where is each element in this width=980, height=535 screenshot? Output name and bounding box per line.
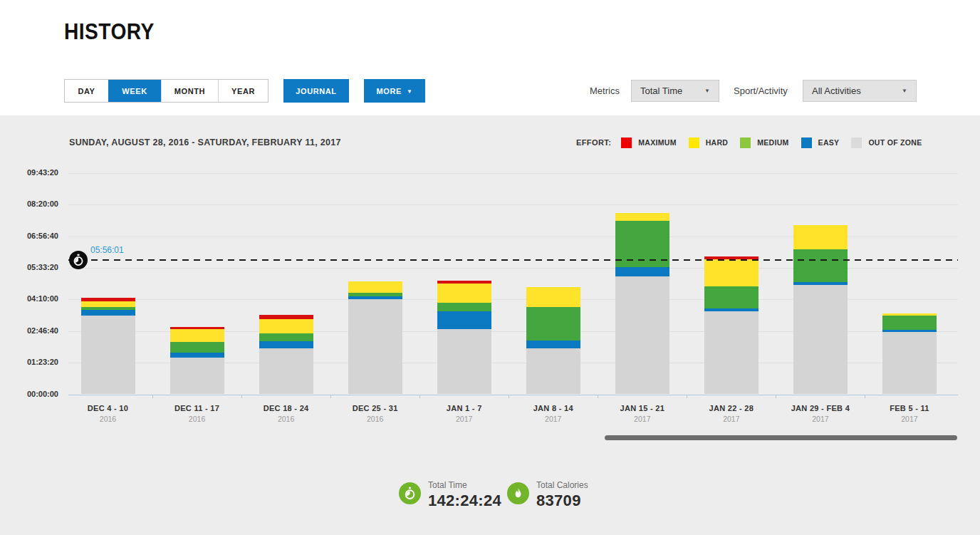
x-axis-label: JAN 22 - 282017 bbox=[687, 404, 776, 423]
legend-label: HARD bbox=[706, 138, 729, 147]
bar-segment-out-of-zone bbox=[793, 285, 848, 394]
bar-week-jan22-28[interactable] bbox=[704, 256, 759, 394]
week-year-label: 2016 bbox=[330, 415, 419, 423]
tab-year[interactable]: YEAR bbox=[218, 80, 268, 102]
x-axis-label: JAN 1 - 72017 bbox=[419, 404, 509, 423]
tab-month[interactable]: MONTH bbox=[161, 80, 218, 102]
total-calories-stat: Total Calories 83709 bbox=[507, 480, 588, 510]
bar-week-dec25-31[interactable] bbox=[348, 281, 402, 394]
week-range-label: DEC 11 - 17 bbox=[152, 404, 241, 412]
x-axis-label: JAN 15 - 212017 bbox=[598, 404, 687, 423]
bar-week-jan29-feb4[interactable] bbox=[793, 225, 848, 394]
x-axis-tick bbox=[241, 395, 242, 398]
week-year-label: 2017 bbox=[598, 415, 687, 423]
x-axis-tick bbox=[865, 395, 865, 398]
bar-week-jan8-14[interactable] bbox=[526, 287, 580, 393]
chevron-down-icon: ▼ bbox=[407, 88, 413, 95]
week-range-label: DEC 4 - 10 bbox=[63, 404, 152, 412]
legend-label: MEDIUM bbox=[757, 138, 788, 147]
y-axis-label: 00:00:00 bbox=[14, 390, 58, 398]
bar-segment-out-of-zone bbox=[81, 316, 135, 394]
chevron-down-icon: ▼ bbox=[902, 88, 907, 94]
bar-segment-medium bbox=[882, 316, 937, 330]
x-axis-tick bbox=[776, 395, 776, 398]
bar-segment-medium bbox=[437, 303, 491, 311]
bar-week-jan15-21[interactable] bbox=[615, 213, 669, 394]
x-axis-label: DEC 4 - 102016 bbox=[63, 404, 152, 423]
x-axis-label: FEB 5 - 112017 bbox=[865, 404, 954, 423]
legend-item: OUT OF ZONE bbox=[851, 137, 922, 148]
week-year-label: 2017 bbox=[419, 415, 509, 423]
bar-segment-hard bbox=[437, 284, 491, 303]
bar-segment-out-of-zone bbox=[348, 299, 402, 393]
plot: 05:56:01 09:43:2008:20:0006:56:4005:33:2… bbox=[68, 173, 958, 395]
bar-segment-medium bbox=[170, 342, 224, 353]
week-range-label: JAN 1 - 7 bbox=[419, 404, 509, 412]
legend-label: EASY bbox=[818, 138, 840, 147]
average-line-label: 05:56:01 bbox=[90, 245, 124, 255]
bar-segment-hard bbox=[615, 213, 669, 221]
legend-swatch-out-of-zone-icon bbox=[851, 137, 862, 148]
chart-scrollbar[interactable] bbox=[605, 435, 957, 440]
gridline bbox=[68, 395, 958, 396]
week-range-label: JAN 8 - 14 bbox=[509, 404, 598, 412]
week-year-label: 2016 bbox=[152, 415, 241, 423]
bar-week-jan1-7[interactable] bbox=[437, 281, 491, 393]
total-time-stat: Total Time 142:24:24 bbox=[399, 480, 501, 510]
bar-segment-easy bbox=[526, 341, 580, 348]
week-year-label: 2017 bbox=[865, 415, 954, 423]
bar-week-feb5-11[interactable] bbox=[882, 313, 937, 394]
metrics-select[interactable]: Total Time ▼ bbox=[631, 80, 719, 102]
sport-activity-select[interactable]: All Activities ▼ bbox=[803, 80, 917, 102]
page-title: HISTORY bbox=[64, 19, 155, 45]
y-axis-label: 05:33:20 bbox=[14, 263, 58, 271]
effort-legend: EFFORT: MAXIMUMHARDMEDIUMEASYOUT OF ZONE bbox=[576, 135, 934, 150]
average-line bbox=[68, 259, 958, 261]
gridline bbox=[68, 173, 958, 174]
legend-label: MAXIMUM bbox=[638, 138, 676, 147]
journal-button[interactable]: JOURNAL bbox=[283, 79, 349, 103]
week-range-label: JAN 22 - 28 bbox=[687, 404, 776, 412]
bar-segment-maximum bbox=[259, 315, 313, 320]
bar-week-dec4-10[interactable] bbox=[81, 298, 135, 393]
sport-activity-select-value: All Activities bbox=[812, 85, 861, 96]
bar-segment-easy bbox=[615, 267, 669, 276]
tab-week[interactable]: WEEK bbox=[108, 80, 161, 102]
week-year-label: 2017 bbox=[687, 415, 776, 423]
more-button[interactable]: MORE▼ bbox=[364, 79, 425, 103]
week-range-label: DEC 25 - 31 bbox=[330, 404, 419, 412]
y-axis-label: 06:56:40 bbox=[14, 232, 58, 240]
y-axis-label: 02:46:40 bbox=[14, 326, 58, 335]
x-axis-tick bbox=[152, 395, 153, 398]
total-calories-label: Total Calories bbox=[536, 480, 588, 490]
metrics-select-value: Total Time bbox=[640, 85, 682, 96]
chart-date-range-title: SUNDAY, AUGUST 28, 2016 - SATURDAY, FEBR… bbox=[69, 137, 341, 147]
x-axis-tick bbox=[330, 395, 331, 398]
x-axis-tick bbox=[419, 395, 420, 398]
bar-segment-hard bbox=[170, 329, 224, 342]
legend-item: EASY bbox=[801, 137, 840, 148]
chart-section: SUNDAY, AUGUST 28, 2016 - SATURDAY, FEBR… bbox=[0, 115, 980, 535]
week-year-label: 2016 bbox=[241, 415, 330, 423]
legend-swatch-easy-icon bbox=[801, 137, 812, 148]
bar-week-dec11-17[interactable] bbox=[170, 327, 224, 393]
bar-segment-easy bbox=[81, 310, 135, 315]
bar-week-dec18-24[interactable] bbox=[259, 315, 313, 394]
bar-segment-out-of-zone bbox=[704, 311, 759, 393]
legend-swatch-hard-icon bbox=[689, 137, 699, 148]
stopwatch-icon[interactable] bbox=[69, 251, 88, 269]
week-year-label: 2017 bbox=[509, 415, 598, 423]
bar-segment-hard bbox=[704, 259, 759, 286]
bar-segment-out-of-zone bbox=[615, 276, 669, 394]
bar-segment-out-of-zone bbox=[882, 332, 937, 394]
week-range-label: DEC 18 - 24 bbox=[241, 404, 330, 412]
legend-item: MEDIUM bbox=[740, 137, 788, 148]
week-range-label: JAN 29 - FEB 4 bbox=[776, 404, 865, 412]
tab-day[interactable]: DAY bbox=[65, 80, 108, 102]
bar-segment-easy bbox=[437, 311, 491, 328]
bar-segment-hard bbox=[348, 281, 402, 293]
x-axis-label: DEC 25 - 312016 bbox=[330, 404, 419, 423]
metrics-label: Metrics bbox=[590, 80, 620, 102]
bar-segment-out-of-zone bbox=[170, 358, 224, 394]
week-range-label: JAN 15 - 21 bbox=[598, 404, 687, 412]
